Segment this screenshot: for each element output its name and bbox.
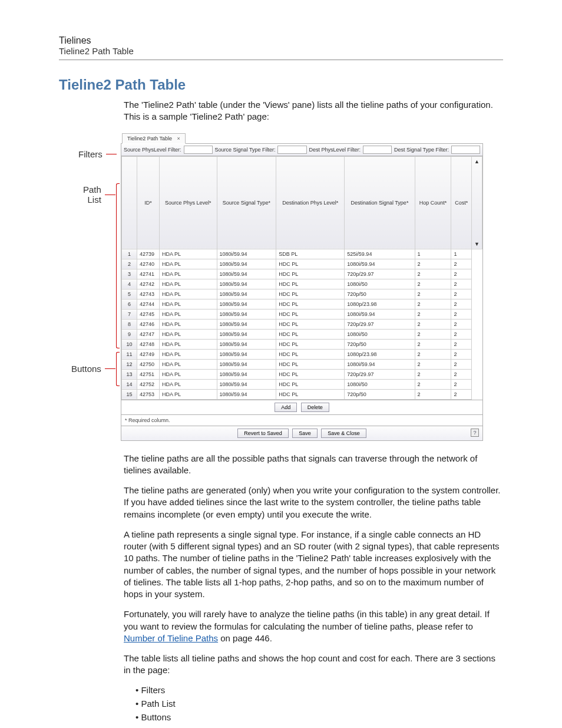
tab-tieline2[interactable]: Tieline2 Path Table ×: [122, 133, 186, 144]
cell-cost: 2: [451, 339, 472, 349]
col-src-pl[interactable]: Source Phys Level*: [159, 156, 217, 249]
filter-input-dst-pl[interactable]: [363, 146, 392, 154]
cell-cost: 2: [451, 309, 472, 319]
cell-dpl: HDC PL: [276, 299, 345, 309]
row-num: 8: [122, 319, 137, 329]
scrollbar[interactable]: ▲▼: [472, 156, 482, 249]
col-src-st[interactable]: Source Signal Type*: [217, 156, 276, 249]
table-row[interactable]: 1342751HDA PL1080i/59.94HDC PL720p/29.97…: [122, 369, 482, 379]
header-rule: [59, 60, 503, 60]
filter-input-src-pl[interactable]: [184, 146, 213, 154]
cell-dst: 1080p/23.98: [345, 299, 415, 309]
table-row[interactable]: 442742HDA PL1080i/59.94HDC PL1080i/5022: [122, 279, 482, 289]
cell-cost: 2: [451, 369, 472, 379]
cell-dst: 1080i/59.94: [345, 309, 415, 319]
cell-dpl: HDC PL: [276, 259, 345, 269]
cell-hc: 2: [415, 329, 451, 339]
cell-id: 42749: [137, 349, 160, 359]
row-num: 4: [122, 279, 137, 289]
revert-button[interactable]: Revert to Saved: [237, 429, 289, 438]
cell-dst: 1080i/50: [345, 279, 415, 289]
col-dst-pl[interactable]: Destination Phys Level*: [276, 156, 345, 249]
cell-sst: 1080i/59.94: [217, 279, 276, 289]
cell-hc: 2: [415, 339, 451, 349]
row-num: 5: [122, 289, 137, 299]
row-num: 2: [122, 259, 137, 269]
row-num: 12: [122, 359, 137, 369]
close-icon[interactable]: ×: [177, 136, 180, 141]
cell-dst: 720p/29.97: [345, 319, 415, 329]
row-num: 10: [122, 339, 137, 349]
cell-dst: 720p/50: [345, 289, 415, 299]
table-row[interactable]: 942747HDA PL1080i/59.94HDC PL1080i/5022: [122, 329, 482, 339]
cell-id: 42750: [137, 359, 160, 369]
brace-buttons: [116, 352, 120, 386]
cell-sst: 1080i/59.94: [217, 329, 276, 339]
filter-label-src-st: Source Signal Type Filter:: [215, 147, 276, 153]
cell-spl: HDA PL: [159, 269, 217, 279]
delete-button[interactable]: Delete: [301, 403, 329, 412]
link-tieline-paths[interactable]: Number of Tieline Paths: [124, 633, 218, 643]
header-row: ID* Source Phys Level* Source Signal Typ…: [122, 156, 482, 249]
col-hop[interactable]: Hop Count*: [415, 156, 451, 249]
cell-sst: 1080i/59.94: [217, 319, 276, 329]
filter-row: Source PhysLevel Filter: Source Signal T…: [121, 144, 483, 156]
table-row[interactable]: 242740HDA PL1080i/59.94HDC PL1080i/59.94…: [122, 259, 482, 269]
cell-id: 42748: [137, 339, 160, 349]
table-row[interactable]: 1042748HDA PL1080i/59.94HDC PL720p/5022: [122, 339, 482, 349]
save-button[interactable]: Save: [292, 429, 318, 438]
table-row[interactable]: 1242750HDA PL1080i/59.94HDC PL1080i/59.9…: [122, 359, 482, 369]
add-button[interactable]: Add: [275, 403, 297, 412]
save-close-button[interactable]: Save & Close: [321, 429, 366, 438]
cell-dpl: HDC PL: [276, 289, 345, 299]
cell-spl: HDA PL: [159, 329, 217, 339]
cell-id: 42753: [137, 389, 160, 399]
help-icon[interactable]: ?: [471, 429, 479, 437]
filter-input-dst-st[interactable]: [451, 146, 480, 154]
cell-sst: 1080i/59.94: [217, 379, 276, 389]
table-row[interactable]: 142739HDA PL1080i/59.94SDB PL525i/59.941…: [122, 249, 482, 259]
cell-dpl: HDC PL: [276, 359, 345, 369]
cell-cost: 2: [451, 259, 472, 269]
filter-input-src-st[interactable]: [277, 146, 306, 154]
table-row[interactable]: 1442752HDA PL1080i/59.94HDC PL1080i/5022: [122, 379, 482, 389]
cell-cost: 2: [451, 389, 472, 399]
cell-cost: 2: [451, 349, 472, 359]
cell-sst: 1080i/59.94: [217, 349, 276, 359]
callout-pathlist: Path List: [83, 185, 101, 205]
cell-sst: 1080i/59.94: [217, 299, 276, 309]
brace-pathlist: [116, 183, 120, 348]
table-row[interactable]: 642744HDA PL1080i/59.94HDC PL1080p/23.98…: [122, 299, 482, 309]
cell-sst: 1080i/59.94: [217, 269, 276, 279]
cell-hc: 2: [415, 289, 451, 299]
col-dst-st[interactable]: Destination Signal Type*: [345, 156, 415, 249]
cell-cost: 2: [451, 329, 472, 339]
cell-id: 42752: [137, 379, 160, 389]
cell-dpl: HDC PL: [276, 389, 345, 399]
required-note: * Required column.: [121, 415, 483, 426]
table-row[interactable]: 1542753HDA PL1080i/59.94HDC PL720p/5022: [122, 389, 482, 399]
callout-filters: Filters: [78, 149, 103, 159]
cell-hc: 2: [415, 259, 451, 269]
cell-dpl: HDC PL: [276, 369, 345, 379]
cell-dpl: HDC PL: [276, 319, 345, 329]
table-row[interactable]: 1142749HDA PL1080i/59.94HDC PL1080p/23.9…: [122, 349, 482, 359]
para-5a: Fortunately, you will rarely have to ana…: [124, 609, 490, 631]
col-id[interactable]: ID*: [137, 156, 160, 249]
cell-cost: 2: [451, 299, 472, 309]
section-title: Tieline2 Path Table: [59, 77, 503, 93]
row-num: 3: [122, 269, 137, 279]
tab-bar: Tieline2 Path Table ×: [121, 131, 483, 144]
col-cost[interactable]: Cost*: [451, 156, 472, 249]
cell-spl: HDA PL: [159, 369, 217, 379]
table-row[interactable]: 542743HDA PL1080i/59.94HDC PL720p/5022: [122, 289, 482, 299]
para-2: The tieline paths are all the possible p…: [124, 453, 503, 477]
para-5: Fortunately, you will rarely have to ana…: [124, 608, 503, 644]
save-row: Revert to Saved Save Save & Close ?: [121, 426, 483, 441]
cell-dst: 720p/50: [345, 339, 415, 349]
table-row[interactable]: 842746HDA PL1080i/59.94HDC PL720p/29.972…: [122, 319, 482, 329]
row-num: 7: [122, 309, 137, 319]
table-row[interactable]: 342741HDA PL1080i/59.94HDC PL720p/29.972…: [122, 269, 482, 279]
table-row[interactable]: 742745HDA PL1080i/59.94HDC PL1080i/59.94…: [122, 309, 482, 319]
cell-id: 42739: [137, 249, 160, 259]
